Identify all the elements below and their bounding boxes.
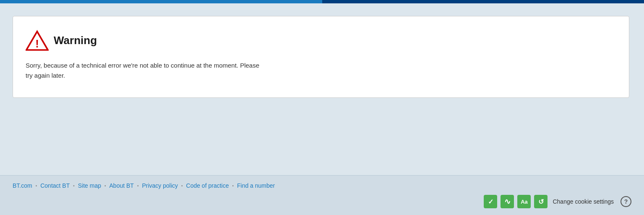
separator-5: • — [181, 184, 183, 188]
cookie-settings-label[interactable]: Change cookie settings — [553, 198, 614, 205]
cookie-icon-refresh[interactable]: ↺ — [534, 195, 548, 208]
footer: BT.com • Contact BT • Site map • About B… — [0, 175, 644, 215]
separator-2: • — [73, 184, 75, 188]
warning-message: Sorry, because of a technical error we'r… — [26, 60, 319, 81]
footer-link-contact-bt[interactable]: Contact BT — [40, 182, 70, 189]
cookie-icon-check[interactable]: ✓ — [484, 195, 497, 208]
warning-header: ! Warning — [26, 29, 616, 52]
warning-icon: ! — [26, 29, 49, 52]
separator-6: • — [232, 184, 234, 188]
footer-links: BT.com • Contact BT • Site map • About B… — [13, 182, 631, 189]
cookie-icon-wave[interactable]: ∿ — [501, 195, 514, 208]
help-icon[interactable]: ? — [621, 196, 631, 207]
main-content: ! Warning Sorry, because of a technical … — [0, 3, 644, 175]
separator-4: • — [137, 184, 139, 188]
cookie-icon-font[interactable]: Aa — [517, 195, 531, 208]
warning-title: Warning — [54, 34, 97, 47]
separator-3: • — [104, 184, 106, 188]
footer-link-site-map[interactable]: Site map — [78, 182, 101, 189]
svg-text:!: ! — [35, 38, 39, 50]
separator-1: • — [36, 184, 37, 188]
footer-bottom: ✓ ∿ Aa ↺ Change cookie settings ? — [13, 195, 631, 208]
top-bar-left — [0, 0, 322, 3]
footer-link-code-of-practice[interactable]: Code of practice — [186, 182, 229, 189]
footer-link-about-bt[interactable]: About BT — [110, 182, 134, 189]
footer-link-find-a-number[interactable]: Find a number — [237, 182, 275, 189]
footer-link-privacy-policy[interactable]: Privacy policy — [142, 182, 178, 189]
top-progress-bar — [0, 0, 644, 3]
footer-link-btcom[interactable]: BT.com — [13, 182, 32, 189]
warning-card: ! Warning Sorry, because of a technical … — [13, 16, 629, 98]
top-bar-right — [322, 0, 644, 3]
